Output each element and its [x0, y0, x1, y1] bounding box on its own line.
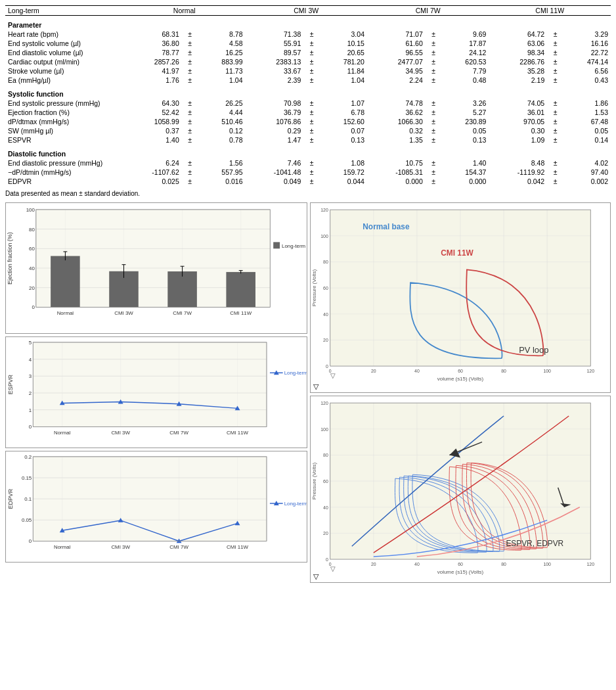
left-charts: 020406080100NormalCMI 3WCMI 7WCMI 11WEje… [5, 202, 307, 583]
svg-text:2: 2 [29, 390, 32, 396]
cell-value: 1.53 [563, 108, 611, 117]
cell-value: 89.57 [245, 48, 303, 57]
espvr-svg: 012345NormalCMI 3WCMI 7WCMI 11WESPVRLong… [6, 337, 307, 448]
cell-value: 63.06 [489, 39, 547, 48]
cell-value: 7.79 [441, 66, 489, 76]
svg-text:60: 60 [458, 369, 463, 373]
table-row: End diastolic volume (µl)78.77±16.2589.5… [5, 48, 611, 57]
row-label: dP/dtmax (mmHg/s) [5, 117, 123, 126]
svg-text:0: 0 [29, 424, 32, 430]
svg-text:Long-term: Long-term [284, 370, 307, 376]
cell-value: 0.48 [441, 76, 489, 85]
svg-text:CMI 7W: CMI 7W [173, 310, 192, 316]
svg-text:volume (s15) (Volts): volume (s15) (Volts) [437, 376, 484, 382]
table-row: EDPVR0.025±0.0160.049±0.0440.000±0.0000.… [5, 177, 611, 186]
edpvr-svg: 00.050.10.150.2NormalCMI 3WCMI 7WCMI 11W… [6, 451, 307, 562]
svg-text:5: 5 [29, 340, 32, 346]
svg-text:120: 120 [320, 401, 328, 405]
cell-value: ± [426, 108, 442, 117]
right-charts: 120100806040200020406080100120Normal bas… [310, 202, 611, 583]
cell-value: -1041.48 [245, 168, 303, 177]
cell-value: 4.44 [198, 108, 245, 117]
cell-value: 8.48 [489, 158, 547, 168]
cell-value: ± [426, 76, 442, 85]
cell-value: ± [426, 117, 442, 126]
svg-rect-22 [51, 256, 80, 308]
svg-text:0.15: 0.15 [22, 475, 32, 481]
cell-value: ± [547, 168, 563, 177]
cell-value: 9.69 [441, 30, 489, 39]
cell-value: 1.47 [245, 135, 303, 145]
section-header: Parameter [5, 16, 611, 30]
cell-value: 71.38 [245, 30, 303, 39]
table-row: Stroke volume (µl)41.97±11.7333.67±11.84… [5, 66, 611, 76]
cell-value: 1.86 [563, 99, 611, 108]
cell-value: 74.05 [489, 99, 547, 108]
cell-value: ± [426, 168, 442, 177]
cell-value: ± [426, 177, 442, 186]
main-container: Long-term Normal CMI 3W CMI 7W CMI 11W P… [0, 0, 616, 588]
cell-value: 159.72 [320, 168, 367, 177]
svg-rect-34 [273, 242, 280, 248]
cell-value: 20.65 [320, 48, 367, 57]
svg-text:20: 20 [371, 562, 376, 566]
cell-value: 474.14 [563, 57, 611, 66]
cell-value: 2477.07 [367, 57, 426, 66]
row-label: End diastolic volume (µl) [5, 48, 123, 57]
svg-text:ESPVR: ESPVR [7, 375, 14, 394]
cell-value: ± [182, 48, 198, 57]
cell-value: 5.27 [441, 108, 489, 117]
cell-value: 2.19 [489, 76, 547, 85]
cell-value: 1.56 [198, 158, 245, 168]
svg-text:0.05: 0.05 [22, 517, 32, 523]
cell-value: ± [303, 168, 320, 177]
cell-value: ± [547, 117, 563, 126]
cell-value: ± [182, 158, 198, 168]
svg-text:100: 100 [320, 234, 328, 239]
section-header: Diastolic function [5, 145, 611, 158]
cell-value: ± [547, 158, 563, 168]
row-label: Cardiac output (ml/min) [5, 57, 123, 66]
cell-value: ± [426, 57, 442, 66]
svg-text:ESPVR, EDPVR: ESPVR, EDPVR [506, 539, 563, 548]
cell-value: 64.30 [123, 99, 182, 108]
svg-text:Normal: Normal [54, 544, 71, 550]
row-label: End diastolic pressure (mmHg) [5, 158, 123, 168]
cell-value: 3.04 [320, 30, 367, 39]
cell-value: ± [182, 30, 198, 39]
cell-value: 61.60 [367, 39, 426, 48]
cell-value: 11.84 [320, 66, 367, 76]
svg-text:0: 0 [29, 538, 32, 544]
data-note: Data presented as mean ± standard deviat… [5, 190, 611, 197]
cell-value: ± [547, 39, 563, 48]
pv-nav-icon[interactable]: ▽ [313, 382, 319, 391]
cell-value: 0.025 [123, 177, 182, 186]
espvr-edpvr-nav-icon[interactable]: ▽ [313, 572, 319, 581]
svg-text:CMI 11W: CMI 11W [441, 248, 473, 258]
svg-rect-31 [226, 272, 255, 307]
svg-text:Pressure (Volts): Pressure (Volts) [311, 269, 317, 307]
bottom-section: 020406080100NormalCMI 3WCMI 7WCMI 11WEje… [5, 202, 611, 583]
svg-text:100: 100 [320, 427, 328, 432]
cell-value: ± [303, 177, 320, 186]
cell-value: 36.01 [489, 108, 547, 117]
espvr-chart: 012345NormalCMI 3WCMI 7WCMI 11WESPVRLong… [5, 336, 307, 448]
table-row: SW (mmHg µl)0.37±0.120.29±0.070.32±0.050… [5, 126, 611, 135]
svg-text:100: 100 [543, 369, 551, 373]
svg-text:CMI 11W: CMI 11W [227, 544, 248, 550]
cell-value: ± [547, 57, 563, 66]
cell-value: 883.99 [198, 57, 245, 66]
row-label: SW (mmHg µl) [5, 126, 123, 135]
svg-text:Long-term: Long-term [284, 501, 307, 507]
svg-text:120: 120 [586, 369, 594, 373]
svg-text:▽: ▽ [330, 565, 336, 572]
cell-value: ± [182, 108, 198, 117]
table-row: Ea (mmHg/µl)1.76±1.042.39±1.042.24±0.482… [5, 76, 611, 85]
pv-loop-svg: 120100806040200020406080100120Normal bas… [311, 203, 610, 392]
espvr-edpvr-chart: 120100806040200020406080100120ESPVR, EDP… [310, 396, 611, 583]
cell-value: 24.12 [441, 48, 489, 57]
cell-value: 1.07 [320, 99, 367, 108]
cell-value: 0.43 [563, 76, 611, 85]
cell-value: ± [182, 57, 198, 66]
cell-value: 0.37 [123, 126, 182, 135]
